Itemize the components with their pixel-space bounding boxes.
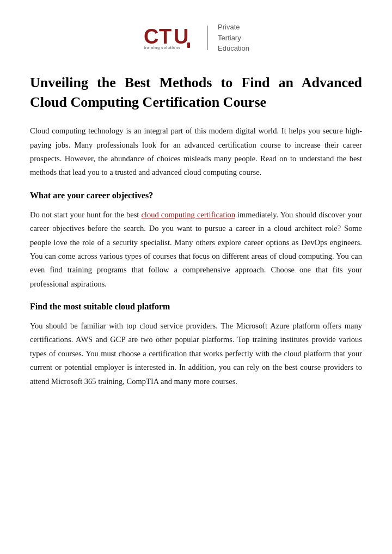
ctu-logo: C T U training solutions	[143, 22, 197, 53]
section1-paragraph: Do not start your hunt for the best clou…	[30, 208, 362, 291]
logo-text-right: Private Tertiary Education	[218, 22, 249, 54]
section1-before-link: Do not start your hunt for the best	[30, 210, 141, 219]
page-container: C T U training solutions Private Tertiar…	[0, 0, 392, 427]
section2-heading: Find the most suitable cloud platform	[30, 302, 362, 312]
section1-after-link: immediately. You should discover your ca…	[30, 210, 362, 288]
article-title: Unveiling the Best Methods to Find an Ad…	[30, 73, 362, 113]
logo-private: Private	[218, 22, 249, 33]
logo-education: Education	[218, 43, 249, 54]
section1-heading: What are your career objectives?	[30, 191, 362, 200]
logo-tertiary: Tertiary	[218, 33, 249, 44]
logo-divider	[207, 26, 208, 50]
logo-box: C T U training solutions Private Tertiar…	[143, 22, 249, 54]
svg-text:training solutions: training solutions	[144, 46, 181, 50]
ctu-svg-logo: C T U training solutions	[143, 22, 197, 50]
section2-paragraph: You should be familiar with top cloud se…	[30, 319, 362, 388]
intro-paragraph: Cloud computing technology is an integra…	[30, 124, 362, 180]
svg-rect-3	[187, 42, 190, 48]
svg-text:C: C	[144, 25, 158, 48]
svg-text:T: T	[159, 25, 171, 48]
svg-text:U: U	[174, 25, 188, 48]
logo-container: C T U training solutions Private Tertiar…	[30, 22, 362, 54]
ctu-letters: C T U training solutions	[143, 22, 197, 53]
cloud-computing-certification-link[interactable]: cloud computing certification	[141, 210, 235, 219]
